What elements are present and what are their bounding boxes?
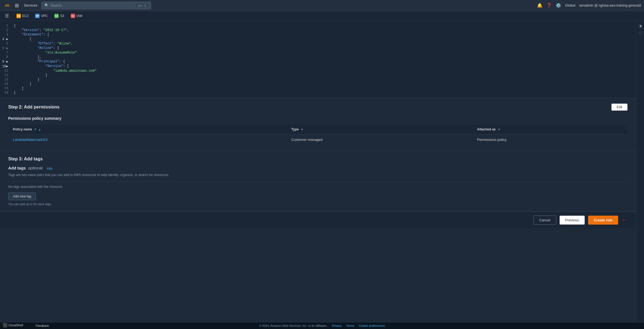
code-line-14: 14 }	[0, 82, 636, 86]
line-content-6: "Action": [	[14, 46, 59, 50]
nav-right: 🔔 ❓ ⚙️ Global iamadmin @ nghiaa-aws-trai…	[537, 3, 641, 8]
hamburger-menu[interactable]: ☰	[3, 12, 11, 19]
code-line-6: 6 ▶ "Action": [	[0, 46, 636, 51]
col-policy-name-label: Policy name	[13, 127, 32, 131]
tab-iam-label: IAM	[77, 14, 82, 18]
code-line-13: 13 }	[0, 77, 636, 82]
line-content-7: "sts:AssumeRole"	[14, 51, 77, 55]
step2-header: Step 2: Add permissions Edit	[8, 104, 628, 111]
aws-logo	[3, 1, 12, 10]
vpc-icon: VP	[35, 14, 39, 18]
create-role-button[interactable]: Create role	[588, 216, 618, 225]
line-num-5: 5	[0, 42, 14, 46]
line-num-1: 1	[0, 24, 14, 28]
grid-icon[interactable]: ⊞	[14, 1, 20, 10]
tags-limit-text: You can add up to 50 more tags.	[8, 202, 628, 206]
line-num-14: 14	[0, 82, 14, 86]
attached-as-sort-icon[interactable]: ▼	[498, 128, 501, 131]
privacy-link[interactable]: Privacy	[332, 324, 342, 327]
line-num-11: 11	[0, 69, 14, 73]
col-policy-name[interactable]: Policy name ↗ ▲	[9, 125, 287, 134]
line-num-3: 3	[0, 33, 14, 37]
line-content-15: ]	[14, 87, 24, 90]
line-num-4: 4 ▶	[0, 37, 14, 41]
line-content-1: {	[14, 24, 16, 28]
line-num-9: 9 ▶	[0, 60, 14, 64]
tags-divider	[8, 181, 628, 182]
notifications-icon[interactable]: 🔔	[537, 3, 543, 8]
tab-ec2-label: EC2	[22, 14, 29, 18]
arrow-indicator: ←	[622, 217, 628, 224]
cloudshell-icon: ⬛	[3, 323, 7, 327]
account-name[interactable]: iamadmin @ nghiaa-aws-training-general2	[579, 4, 641, 7]
optional-label: optional	[28, 166, 43, 170]
code-line-1: 1 {	[0, 24, 636, 28]
ec2-icon: EC	[16, 14, 21, 18]
panel-icon-2[interactable]: ◌	[639, 31, 642, 35]
table-row: LambdaWatermarkS3 Customer managed Permi…	[9, 134, 628, 145]
type-sort-icon[interactable]: ▼	[301, 128, 304, 131]
cell-attached-as: Permissions policy	[473, 134, 627, 145]
no-tags-text: No tags associated with the resource.	[8, 185, 628, 189]
code-line-11: 11 "lambda.amazonaws.com"	[0, 69, 636, 73]
feedback-label[interactable]: Feedback	[36, 324, 49, 327]
settings-icon[interactable]: ⚙️	[556, 3, 561, 8]
line-content-10: "Service": [	[14, 64, 69, 68]
tab-ec2[interactable]: EC EC2	[14, 13, 31, 19]
region-selector[interactable]: Global	[565, 3, 575, 7]
cell-type: Customer managed	[287, 134, 473, 145]
iam-icon: IA	[71, 14, 75, 18]
col-type-label: Type	[291, 127, 299, 131]
service-tabs-bar: ☰ EC EC2 VP VPC S3 S3 IA IAM	[0, 11, 644, 21]
permissions-summary-title: Permissions policy summary	[8, 116, 628, 121]
previous-button[interactable]: Previous	[560, 216, 585, 225]
col-type[interactable]: Type ▼	[287, 125, 473, 134]
policy-name-sort-icon[interactable]: ▲	[38, 128, 41, 131]
line-content-12: ]	[14, 73, 47, 77]
tags-heading-text: Add tags	[8, 166, 26, 170]
s3-icon: S3	[54, 14, 59, 18]
tab-vpc[interactable]: VP VPC	[32, 13, 50, 19]
line-content-14: }	[14, 82, 32, 86]
code-line-4: 4 ▶ {	[0, 37, 636, 41]
search-input[interactable]	[50, 3, 134, 7]
code-line-12: 12 ]	[0, 73, 636, 77]
tab-s3[interactable]: S3 S3	[52, 13, 67, 19]
code-line-15: 15 ]	[0, 86, 636, 91]
tab-iam[interactable]: IA IAM	[68, 13, 85, 19]
cloudshell-label[interactable]: ⬛ CloudShell	[3, 323, 23, 327]
cookie-link[interactable]: Cookie preferences	[359, 324, 385, 327]
code-line-7: 7 "sts:AssumeRole"	[0, 51, 636, 55]
line-content-3: "Statement": [	[14, 33, 49, 37]
table-header-row: Policy name ↗ ▲ Type ▼ Attached as ▼	[9, 125, 628, 134]
col-attached-as-label: Attached as	[477, 127, 496, 131]
line-num-16: 16	[0, 91, 14, 95]
main-layout: 1 { 2 "Version": "2012-10-17", 3 "Statem…	[0, 21, 644, 322]
tags-heading: Add tags optional	[8, 166, 45, 170]
line-num-12: 12	[0, 73, 14, 77]
tab-vpc-label: VPC	[41, 14, 48, 18]
terms-link[interactable]: Terms	[346, 324, 354, 327]
info-link[interactable]: Info	[47, 167, 52, 171]
code-line-2: 2 "Version": "2012-10-17",	[0, 28, 636, 32]
policy-name-link[interactable]: LambdaWatermarkS3	[13, 138, 47, 142]
question-icon[interactable]: ❓	[546, 3, 552, 8]
code-line-10: 10▶ "Service": [	[0, 64, 636, 69]
line-num-15: 15	[0, 87, 14, 90]
tab-s3-label: S3	[60, 14, 64, 18]
policy-name-link-icon: ↗	[34, 128, 36, 131]
col-attached-as[interactable]: Attached as ▼	[473, 125, 627, 134]
code-line-16: 16 }	[0, 91, 636, 95]
search-shortcut: [Alt+S]	[136, 3, 148, 8]
add-new-tag-button[interactable]: Add new tag	[8, 193, 36, 200]
line-content-5: "Effect": "Allow",	[14, 42, 73, 46]
cancel-button[interactable]: Cancel	[533, 216, 556, 225]
line-content-9: "Principal": {	[14, 60, 65, 64]
side-panel-right: ◑ ◌	[636, 21, 644, 322]
edit-button[interactable]: Edit	[611, 104, 628, 111]
permissions-table: Policy name ↗ ▲ Type ▼ Attached as ▼	[8, 124, 628, 145]
panel-icon-1[interactable]: ◑	[639, 24, 642, 28]
search-bar[interactable]: 🔍 [Alt+S]	[41, 2, 151, 9]
services-nav[interactable]: Services	[22, 2, 39, 9]
line-num-8: 8	[0, 55, 14, 59]
